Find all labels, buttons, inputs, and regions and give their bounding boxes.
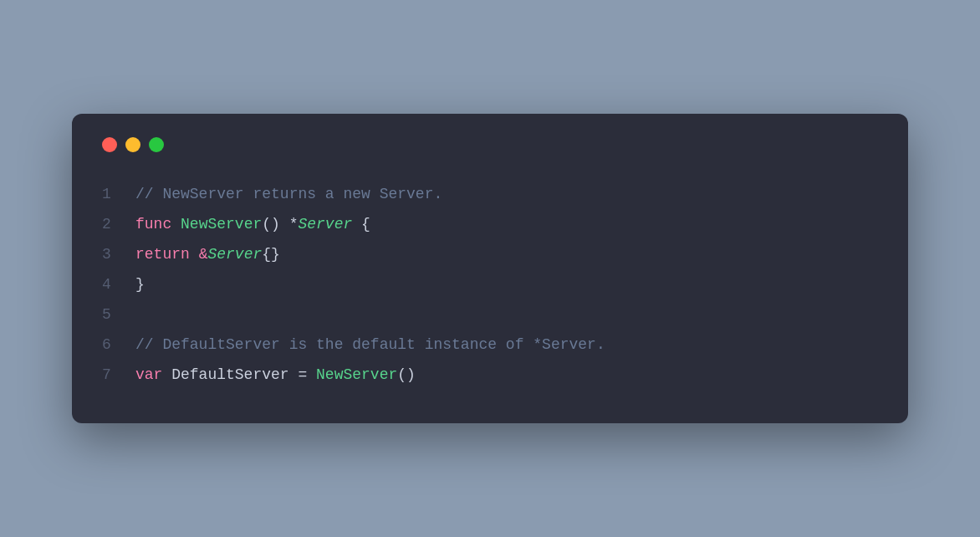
line-number: 1 bbox=[102, 179, 135, 209]
code-line: 1// NewServer returns a new Server. bbox=[102, 179, 878, 209]
line-number: 5 bbox=[102, 299, 135, 330]
line-number: 3 bbox=[102, 239, 135, 269]
title-bar bbox=[102, 137, 878, 152]
line-content: return &Server{} bbox=[135, 239, 280, 269]
code-line: 5 bbox=[102, 299, 878, 330]
line-number: 4 bbox=[102, 269, 135, 299]
code-editor: 1// NewServer returns a new Server.2func… bbox=[102, 179, 878, 390]
line-number: 2 bbox=[102, 209, 135, 239]
code-line: 7var DefaultServer = NewServer() bbox=[102, 360, 878, 390]
line-content: var DefaultServer = NewServer() bbox=[135, 360, 416, 390]
line-content: } bbox=[135, 269, 145, 299]
line-content: // DefaultServer is the default instance… bbox=[135, 330, 605, 360]
code-window: 1// NewServer returns a new Server.2func… bbox=[72, 114, 908, 423]
code-line: 4 } bbox=[102, 269, 878, 299]
code-line: 2func NewServer() *Server { bbox=[102, 209, 878, 239]
maximize-button[interactable] bbox=[149, 137, 164, 152]
minimize-button[interactable] bbox=[125, 137, 140, 152]
line-content: // NewServer returns a new Server. bbox=[135, 179, 442, 209]
line-content: func NewServer() *Server { bbox=[135, 209, 370, 239]
close-button[interactable] bbox=[102, 137, 117, 152]
line-number: 7 bbox=[102, 360, 135, 390]
code-line: 6// DefaultServer is the default instanc… bbox=[102, 330, 878, 360]
code-line: 3 return &Server{} bbox=[102, 239, 878, 269]
line-number: 6 bbox=[102, 330, 135, 360]
